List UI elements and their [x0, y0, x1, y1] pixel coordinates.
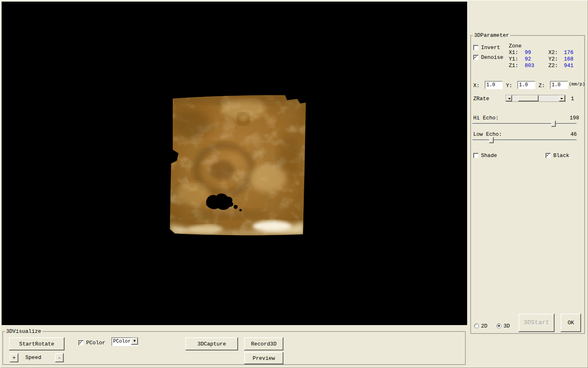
shade-label: Shade	[481, 153, 497, 159]
low-echo-label: Low Echo:	[473, 131, 502, 137]
mode-3d-label: 3D	[503, 323, 510, 329]
zrate-label: ZRate	[473, 96, 489, 102]
zrate-scroll-right-button[interactable]: ►	[559, 95, 565, 101]
z-scale-label: Z:	[539, 83, 545, 89]
denoise-label: Denoise	[481, 54, 503, 61]
z-scale-input[interactable]	[550, 81, 568, 89]
render-viewport[interactable]	[2, 2, 467, 325]
chevron-down-icon[interactable]: ▼	[131, 338, 138, 345]
zrate-value: 1	[571, 96, 574, 102]
zone-z2-value: 941	[564, 63, 573, 69]
denoise-checkbox[interactable]	[473, 55, 479, 60]
y-scale-label: Y:	[506, 83, 512, 89]
zone-x2-value: 176	[564, 49, 573, 56]
capture-3d-button[interactable]: 3DCapture	[185, 337, 238, 350]
hi-echo-label: Hi Echo:	[473, 115, 499, 121]
visualize-groupbox: 3DVisualize StartRotate + Speed - PColor…	[2, 331, 466, 365]
record-3d-button[interactable]: Record3D	[244, 337, 283, 350]
low-echo-slider-thumb[interactable]	[489, 137, 494, 143]
black-label: Black	[553, 153, 569, 159]
start-3d-button[interactable]: 3DStart	[519, 314, 555, 332]
visualize-group-title: 3DVisualize	[5, 328, 42, 334]
zrate-scrollbar[interactable]: ◄ ►	[506, 95, 566, 102]
shade-checkbox[interactable]	[473, 153, 479, 158]
pcolor-label: PColor	[86, 340, 105, 346]
hi-echo-slider-track[interactable]	[472, 123, 577, 124]
parameter-group-title: 3DParameter	[473, 32, 510, 38]
zone-z2-label: Z2:	[548, 63, 558, 69]
x-scale-input[interactable]	[485, 81, 503, 89]
hi-echo-value: 198	[570, 115, 579, 121]
invert-checkbox[interactable]	[473, 45, 479, 50]
start-rotate-button[interactable]: StartRotate	[9, 337, 65, 350]
zone-z1-value: 803	[525, 63, 534, 69]
zone-title: Zone	[509, 43, 521, 49]
x-scale-label: X:	[473, 83, 480, 89]
low-echo-slider-track[interactable]	[472, 139, 577, 140]
application-window: 3DParameter Invert Denoise Zone X1: 99 X…	[0, 0, 588, 368]
mode-3d-radio[interactable]	[497, 323, 501, 328]
zrate-scrollbar-thumb[interactable]	[518, 95, 539, 101]
ok-button[interactable]: OK	[561, 314, 581, 332]
zone-x2-label: X2:	[548, 49, 558, 56]
zone-x1-value: 99	[525, 49, 531, 56]
pcolor-dropdown[interactable]: PColor ▼	[111, 337, 138, 346]
zone-y1-value: 92	[525, 56, 531, 62]
scale-unit-label: (mm/p)	[569, 82, 585, 87]
pcolor-dropdown-value: PColor	[113, 339, 131, 344]
zone-x1-label: X1:	[509, 49, 518, 56]
black-checkbox[interactable]	[546, 153, 551, 158]
mode-2d-radio[interactable]	[474, 323, 479, 328]
mode-2d-label: 2D	[481, 323, 488, 329]
zone-z1-label: Z1:	[509, 63, 518, 69]
parameter-groupbox: 3DParameter Invert Denoise Zone X1: 99 X…	[470, 35, 585, 334]
invert-label: Invert	[481, 45, 500, 51]
speed-label: Speed	[25, 355, 41, 361]
speed-minus-button[interactable]: -	[55, 353, 64, 362]
zone-y2-value: 168	[564, 56, 573, 62]
zone-y2-label: Y2:	[548, 56, 558, 62]
zrate-scroll-left-button[interactable]: ◄	[506, 95, 512, 101]
zone-y1-label: Y1:	[509, 56, 518, 62]
hi-echo-slider-thumb[interactable]	[551, 121, 556, 127]
speed-plus-button[interactable]: +	[10, 353, 18, 362]
preview-button[interactable]: Preview	[244, 352, 283, 364]
y-scale-input[interactable]	[517, 81, 535, 89]
ultrasound-3d-render	[2, 2, 467, 325]
pcolor-checkbox[interactable]	[78, 340, 84, 346]
low-echo-value: 46	[570, 131, 577, 137]
